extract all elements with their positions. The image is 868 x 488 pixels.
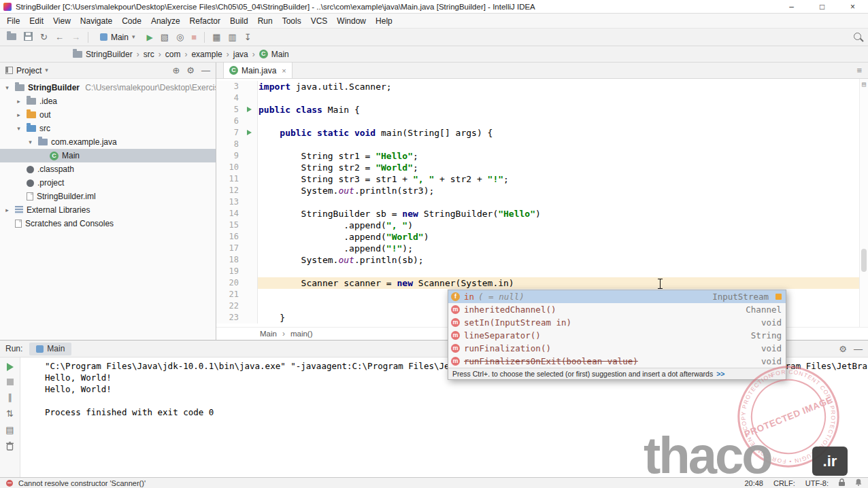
tree-item--classpath[interactable]: .classpath	[0, 162, 216, 176]
tree-item-scratches-and-consoles[interactable]: Scratches and Consoles	[0, 217, 216, 230]
menu-file[interactable]: File	[2, 15, 24, 27]
clear-console-icon[interactable]	[6, 442, 14, 453]
menu-edit[interactable]: Edit	[24, 15, 48, 27]
stop-button[interactable]: ■	[191, 33, 197, 41]
menu-window[interactable]: Window	[332, 15, 371, 27]
menu-view[interactable]: View	[48, 15, 76, 27]
breadcrumb-item-main[interactable]: CMain	[256, 50, 293, 59]
tab-main-java[interactable]: C Main.java ×	[223, 63, 293, 78]
editor-line-6[interactable]: 6	[216, 116, 859, 127]
locate-file-icon[interactable]: ⊕	[172, 66, 180, 75]
editor-scrollbar[interactable]: ▤	[859, 79, 868, 327]
rerun-button[interactable]	[7, 363, 14, 371]
menu-run[interactable]: Run	[253, 15, 278, 27]
menu-navigate[interactable]: Navigate	[76, 15, 117, 27]
hint-more-link[interactable]: >>	[716, 370, 724, 378]
tree-item--project[interactable]: .project	[0, 176, 216, 190]
minimize-icon[interactable]: –	[776, 0, 807, 13]
editor-line-3[interactable]: 3import java.util.Scanner;	[216, 81, 859, 92]
editor-line-10[interactable]: 10 String str2 = "World";	[216, 162, 859, 173]
editor-line-7[interactable]: 7 public static void main(String[] args)…	[216, 127, 859, 139]
run-config-selector[interactable]: Main ▾	[96, 31, 139, 43]
editor-line-5[interactable]: 5public class Main {	[216, 104, 859, 116]
gear-icon[interactable]: ⚙	[839, 345, 847, 353]
tree-item-external-libraries[interactable]: ▸External Libraries	[0, 203, 216, 217]
menu-build[interactable]: Build	[225, 15, 253, 27]
forward-icon[interactable]: →	[71, 33, 80, 41]
tree-item-com-example-java[interactable]: ▾com.example.java	[0, 135, 216, 149]
completion-item-2[interactable]: msetIn(InputStream in)void	[448, 316, 786, 329]
editor-line-8[interactable]: 8	[216, 139, 859, 150]
editor-line-15[interactable]: 15 .append(", ")	[216, 220, 859, 231]
menu-tools[interactable]: Tools	[278, 15, 306, 27]
menu-refactor[interactable]: Refactor	[185, 15, 225, 27]
breadcrumb-item-stringbuilder[interactable]: StringBuilder	[69, 50, 136, 59]
breadcrumb-item-java[interactable]: java	[230, 50, 252, 59]
inspections-widget-icon[interactable]: ▤	[862, 81, 866, 88]
tree-item-stringbuilder[interactable]: ▾StringBuilder C:\Users\malekpour\Deskto…	[0, 81, 216, 94]
save-all-icon[interactable]	[24, 32, 33, 43]
run-gutter-icon[interactable]	[247, 130, 252, 135]
tree-chevron-icon[interactable]: ▸	[3, 207, 12, 213]
tree-chevron-icon[interactable]: ▾	[26, 139, 35, 145]
completion-item-3[interactable]: mlineSeparator()String	[448, 329, 786, 342]
coverage-icon[interactable]: ▧	[161, 33, 169, 41]
editor-options-icon[interactable]: ≡	[856, 66, 862, 75]
scroll-to-end-icon[interactable]: ⇅	[6, 409, 14, 418]
editor-line-19[interactable]: 19	[216, 266, 859, 277]
editor-line-14[interactable]: 14 StringBuilder sb = new StringBuilder(…	[216, 208, 859, 220]
line-separator-widget[interactable]: CRLF:	[773, 479, 795, 487]
editor-line-18[interactable]: 18 System.out.println(sb);	[216, 254, 859, 266]
completion-item-0[interactable]: fin ( = null)InputStream	[448, 290, 786, 303]
breadcrumb-item-example[interactable]: example	[188, 50, 225, 59]
close-icon[interactable]: ×	[837, 0, 868, 13]
tree-chevron-icon[interactable]: ▾	[3, 84, 12, 91]
completion-item-4[interactable]: mrunFinalization()void	[448, 342, 786, 355]
synchronize-icon[interactable]: ↻	[40, 33, 48, 41]
tree-item--idea[interactable]: ▸.idea	[0, 94, 216, 108]
scrollbar-thumb[interactable]	[861, 249, 867, 272]
grid-icon[interactable]: ▥	[228, 33, 236, 41]
evaluate-icon[interactable]: ▦	[212, 33, 220, 41]
menu-help[interactable]: Help	[371, 15, 397, 27]
open-project-icon[interactable]	[7, 33, 16, 42]
stop-button[interactable]	[7, 379, 14, 385]
breadcrumb-class[interactable]: Main	[260, 330, 277, 338]
close-tab-icon[interactable]: ×	[282, 67, 286, 75]
run-button[interactable]: ▶	[146, 33, 152, 41]
gear-icon[interactable]: ⚙	[186, 66, 195, 75]
project-panel-title[interactable]: Project	[16, 66, 41, 75]
menu-vcs[interactable]: VCS	[306, 15, 333, 27]
completion-item-1[interactable]: minheritedChannel()Channel	[448, 303, 786, 316]
editor-line-16[interactable]: 16 .append("World")	[216, 231, 859, 243]
menu-analyze[interactable]: Analyze	[146, 15, 185, 27]
editor-line-4[interactable]: 4	[216, 92, 859, 104]
tree-chevron-icon[interactable]: ▸	[14, 98, 23, 105]
run-tab-main[interactable]: Main	[29, 343, 71, 355]
tree-item-stringbuilder-iml[interactable]: StringBuilder.iml	[0, 190, 216, 203]
maximize-icon[interactable]: □	[807, 0, 837, 13]
lock-icon[interactable]	[839, 478, 845, 487]
bell-icon[interactable]	[855, 478, 862, 487]
run-gutter-icon[interactable]	[247, 107, 252, 112]
profiler-icon[interactable]: ◎	[176, 33, 184, 41]
editor-line-17[interactable]: 17 .append("!");	[216, 243, 859, 254]
download-icon[interactable]: ↧	[244, 33, 252, 41]
encoding-widget[interactable]: UTF-8:	[805, 479, 829, 487]
pause-output-icon[interactable]: ∥	[7, 393, 12, 402]
breadcrumb-method[interactable]: main()	[290, 330, 313, 338]
tree-item-main[interactable]: CMain	[0, 149, 216, 162]
back-icon[interactable]: ←	[55, 33, 64, 41]
editor-line-13[interactable]: 13	[216, 196, 859, 208]
menu-code[interactable]: Code	[117, 15, 146, 27]
editor-line-9[interactable]: 9 String str1 = "Hello";	[216, 150, 859, 162]
editor-line-20[interactable]: 20 Scanner scanner = new Scanner(System.…	[216, 277, 859, 289]
tree-chevron-icon[interactable]: ▸	[14, 111, 23, 118]
breadcrumb-item-src[interactable]: src	[140, 50, 158, 59]
tree-chevron-icon[interactable]: ▾	[14, 125, 23, 132]
hide-panel-icon[interactable]: —	[201, 66, 210, 75]
hide-panel-icon[interactable]: —	[854, 345, 863, 353]
caret-position-widget[interactable]: 20:48	[744, 479, 763, 487]
editor-line-11[interactable]: 11 String str3 = str1 + ", " + str2 + "!…	[216, 173, 859, 185]
breadcrumb-item-com[interactable]: com	[162, 50, 184, 59]
